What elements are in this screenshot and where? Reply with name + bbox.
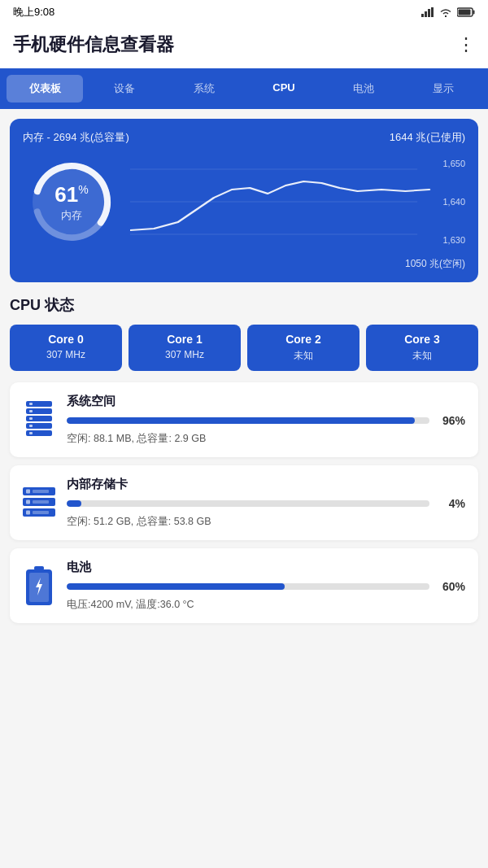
system-space-percent: 96% [436, 414, 465, 427]
status-battery-icon [457, 7, 475, 17]
battery-svg-icon [26, 566, 52, 605]
app-title: 手机硬件信息查看器 [13, 33, 174, 57]
core-0-name: Core 0 [15, 333, 117, 346]
main-content: 内存 - 2694 兆(总容量) 1644 兆(已使用) 61% [0, 109, 488, 641]
time-display: 晚上9:08 [13, 5, 54, 20]
svg-rect-3 [431, 7, 434, 17]
memory-chart: 1,650 1,640 1,630 [130, 157, 465, 246]
gauge-percent: 61% [54, 182, 88, 207]
core-2-card: Core 2 未知 [247, 325, 359, 371]
memory-total-label: 内存 - 2694 兆(总容量) [23, 130, 129, 145]
svg-rect-17 [29, 410, 33, 412]
core-3-card: Core 3 未知 [366, 325, 478, 371]
core-2-freq: 未知 [252, 349, 355, 363]
internal-storage-sub: 空闲: 51.2 GB, 总容量: 53.8 GB [67, 515, 465, 529]
svg-rect-5 [473, 11, 475, 15]
core-1-card: Core 1 307 MHz [129, 325, 241, 371]
system-space-icon [23, 400, 55, 439]
internal-storage-percent: 4% [436, 497, 465, 510]
memory-body: 61% 内存 1,650 1,640 1,630 [23, 153, 465, 251]
tab-display[interactable]: 显示 [405, 75, 481, 103]
battery-progress-fill [67, 583, 285, 590]
system-space-details: 系统空间 96% 空闲: 88.1 MB, 总容量: 2.9 GB [67, 394, 465, 446]
core-0-card: Core 0 307 MHz [10, 325, 122, 371]
core-1-freq: 307 MHz [133, 349, 236, 360]
svg-rect-29 [33, 511, 49, 514]
tab-battery[interactable]: 电池 [325, 75, 402, 103]
nav-tabs: 仪表板 设备 系统 CPU 电池 显示 [0, 68, 488, 109]
wifi-icon [439, 7, 452, 18]
chart-svg [130, 157, 465, 246]
internal-storage-title: 内部存储卡 [67, 477, 465, 492]
tab-system[interactable]: 系统 [166, 75, 242, 103]
system-space-progress-fill [67, 417, 415, 424]
menu-button[interactable]: ⋮ [457, 34, 475, 55]
battery-title: 电池 [67, 560, 465, 575]
gauge-text: 61% 内存 [54, 182, 88, 222]
svg-rect-28 [33, 500, 49, 504]
svg-rect-2 [428, 9, 430, 17]
memory-footer: 1050 兆(空闲) [23, 257, 465, 271]
svg-rect-18 [29, 417, 33, 420]
svg-rect-25 [26, 500, 30, 504]
svg-rect-1 [425, 11, 427, 17]
battery-percent: 60% [436, 580, 465, 593]
svg-rect-0 [421, 14, 424, 17]
tab-dashboard[interactable]: 仪表板 [7, 75, 83, 103]
system-space-sub: 空闲: 88.1 MB, 总容量: 2.9 GB [67, 432, 465, 446]
memory-card: 内存 - 2694 兆(总容量) 1644 兆(已使用) 61% [10, 119, 478, 282]
storage-icon-svg [24, 401, 54, 438]
internal-storage-details: 内部存储卡 4% 空闲: 51.2 GB, 总容量: 53.8 GB [67, 477, 465, 529]
system-space-progress-bg [67, 417, 429, 424]
cpu-section-title: CPU 状态 [10, 294, 478, 316]
svg-rect-26 [26, 511, 30, 515]
internal-storage-progress-bg [67, 500, 429, 507]
system-space-card: 系统空间 96% 空闲: 88.1 MB, 总容量: 2.9 GB [10, 382, 478, 457]
internal-storage-card: 内部存储卡 4% 空闲: 51.2 GB, 总容量: 53.8 GB [10, 465, 478, 540]
internal-storage-progress-fill [67, 500, 81, 507]
signal-icon [421, 7, 434, 17]
core-0-freq: 307 MHz [15, 349, 117, 360]
storage2-icon-svg [23, 487, 55, 518]
core-2-name: Core 2 [252, 333, 355, 346]
battery-details: 电池 60% 电压:4200 mV, 温度:36.0 °C [67, 560, 465, 612]
svg-rect-20 [29, 432, 33, 434]
svg-rect-19 [29, 425, 33, 427]
cpu-cores: Core 0 307 MHz Core 1 307 MHz Core 2 未知 … [10, 325, 478, 371]
core-3-freq: 未知 [371, 349, 473, 363]
battery-progress-row: 60% [67, 580, 465, 593]
memory-used-label: 1644 兆(已使用) [390, 130, 465, 145]
battery-card-icon [23, 566, 55, 605]
internal-storage-icon [23, 483, 55, 522]
status-icons [421, 7, 475, 18]
svg-rect-24 [26, 490, 30, 494]
battery-progress-bg [67, 583, 429, 590]
system-space-progress-row: 96% [67, 414, 465, 427]
core-3-name: Core 3 [371, 333, 473, 346]
system-space-title: 系统空间 [67, 394, 465, 409]
core-1-name: Core 1 [133, 333, 236, 346]
memory-gauge: 61% 内存 [23, 153, 120, 251]
app-header: 手机硬件信息查看器 ⋮ [0, 24, 488, 68]
svg-rect-6 [459, 10, 471, 15]
battery-sub: 电压:4200 mV, 温度:36.0 °C [67, 598, 465, 612]
svg-rect-16 [29, 403, 33, 405]
status-bar: 晚上9:08 [0, 0, 488, 24]
internal-storage-progress-row: 4% [67, 497, 465, 510]
chart-y-labels: 1,650 1,640 1,630 [442, 157, 465, 246]
gauge-label: 内存 [54, 209, 88, 222]
svg-rect-27 [33, 490, 49, 493]
memory-header: 内存 - 2694 兆(总容量) 1644 兆(已使用) [23, 130, 465, 145]
tab-device[interactable]: 设备 [86, 75, 163, 103]
tab-cpu[interactable]: CPU [246, 75, 322, 103]
battery-card: 电池 60% 电压:4200 mV, 温度:36.0 °C [10, 548, 478, 623]
